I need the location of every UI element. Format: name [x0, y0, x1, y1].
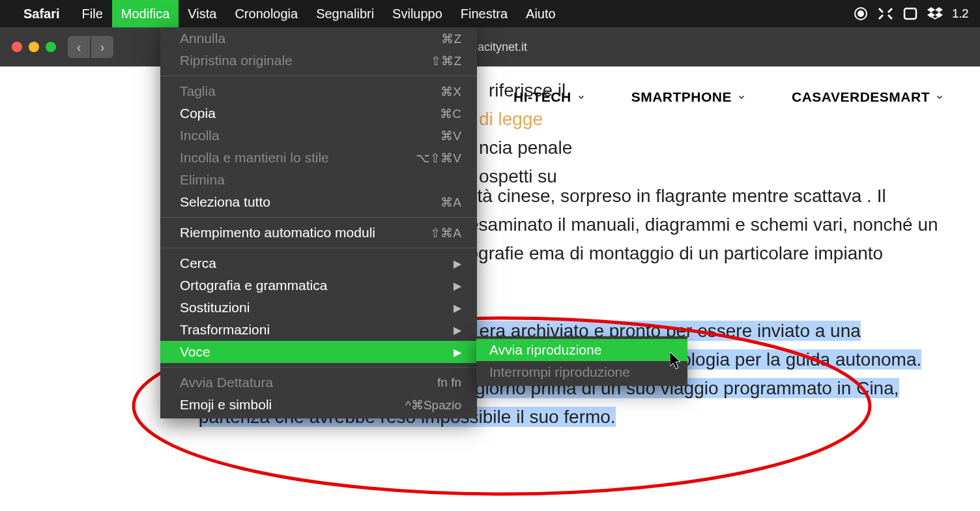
menu-item: Ripristina originale⇧⌘Z — [160, 50, 477, 72]
menu-shortcut: ⌘X — [440, 84, 461, 99]
status-icons: 1.2 — [853, 6, 968, 22]
submenu-arrow-icon: ▶ — [454, 324, 461, 336]
menu-shortcut: ⌥⇧⌘V — [416, 151, 461, 166]
menu-item[interactable]: Emoji e simboli^⌘Spazio — [160, 394, 477, 416]
menu-separator — [160, 248, 477, 248]
menu-separator — [160, 217, 477, 218]
chevron-down-icon — [737, 93, 746, 102]
menu-item-label: Taglia — [180, 83, 216, 99]
menu-separator — [160, 367, 477, 368]
menu-item-label: Cerca — [180, 256, 216, 271]
menu-item-label: Seleziona tutto — [180, 194, 270, 210]
submenu-arrow-icon: ▶ — [454, 280, 461, 292]
text-frag: di legge — [479, 105, 543, 134]
menu-item-label: Riempimento automatico moduli — [180, 225, 375, 241]
menu-segnalibri[interactable]: Segnalibri — [307, 0, 383, 27]
menu-modifica[interactable]: Modifica — [112, 0, 179, 27]
forward-button[interactable]: › — [91, 36, 113, 58]
text-frag: ospetti su — [479, 162, 557, 191]
menu-shortcut: ⌘V — [440, 128, 461, 143]
nav-buttons: ‹ › — [68, 36, 113, 58]
menu-item-label: Ripristina originale — [180, 53, 293, 68]
menu-item-label: Avvia Dettatura — [180, 375, 273, 390]
menu-item[interactable]: Riempimento automatico moduli⇧⌘A — [160, 222, 477, 244]
menu-item-label: Sostituzioni — [180, 300, 250, 315]
menu-item: Taglia⌘X — [160, 80, 477, 102]
menu-item-label: Emoji e simboli — [180, 397, 272, 413]
close-window-button[interactable] — [12, 42, 22, 52]
menu-sviluppo[interactable]: Sviluppo — [383, 0, 452, 27]
menu-item: Annulla⌘Z — [160, 27, 477, 50]
menu-item-label: Incolla — [180, 128, 220, 143]
text-frag: ncia penale — [479, 134, 572, 162]
record-icon[interactable] — [853, 6, 869, 22]
voce-submenu[interactable]: Avvia riproduzioneInterrompi riproduzion… — [476, 336, 687, 386]
minimize-window-button[interactable] — [29, 42, 39, 52]
submenu-item[interactable]: Avvia riproduzione — [476, 339, 687, 361]
page-content: HI-TECH SMARTPHONE CASAVERDESMART riferi… — [0, 66, 980, 511]
text-frag: riferisce il — [489, 76, 566, 105]
menu-item-label: Copia — [180, 106, 216, 121]
menu-item: Incolla e mantieni lo stile⌥⇧⌘V — [160, 147, 477, 169]
submenu-item: Interrompi riproduzione — [476, 361, 687, 383]
mouse-cursor — [670, 352, 683, 373]
menu-item-label: Elimina — [180, 172, 225, 188]
zoom-window-button[interactable] — [46, 42, 56, 52]
menu-item: Elimina — [160, 169, 477, 191]
menu-shortcut: ⌘A — [440, 195, 461, 210]
window-icon[interactable] — [902, 6, 918, 22]
menu-shortcut: ⌘C — [440, 106, 461, 121]
chevron-down-icon — [935, 93, 944, 102]
menu-item[interactable]: Trasformazioni▶ — [160, 319, 477, 341]
dropbox-icon[interactable] — [927, 6, 943, 22]
menu-item-label: Trasformazioni — [180, 322, 270, 338]
menu-item: Avvia Dettaturafn fn — [160, 372, 477, 394]
submenu-arrow-icon: ▶ — [454, 257, 461, 270]
app-name[interactable]: Safari — [23, 7, 60, 22]
menu-file[interactable]: File — [73, 0, 112, 27]
tools-icon[interactable] — [878, 6, 893, 22]
nav-label: SMARTPHONE — [631, 89, 732, 105]
nav-label: CASAVERDESMART — [792, 89, 930, 105]
menu-item[interactable]: Ortografia e grammatica▶ — [160, 274, 477, 297]
menu-item: Incolla⌘V — [160, 124, 477, 147]
safari-toolbar: ‹ › macitynet.it — [0, 27, 980, 66]
menu-item-label: Incolla e mantieni lo stile — [180, 150, 329, 166]
menu-shortcut: fn fn — [437, 375, 461, 390]
menu-shortcut: ⌘Z — [441, 31, 461, 46]
svg-point-2 — [858, 11, 863, 16]
submenu-arrow-icon: ▶ — [454, 302, 461, 314]
back-button[interactable]: ‹ — [68, 36, 90, 58]
menu-item[interactable]: Seleziona tutto⌘A — [160, 191, 477, 213]
menu-item[interactable]: Sostituzioni▶ — [160, 297, 477, 319]
menu-vista[interactable]: Vista — [179, 0, 225, 27]
menu-shortcut: ^⌘Spazio — [405, 398, 461, 413]
svg-rect-3 — [904, 8, 916, 19]
traffic-lights — [12, 42, 56, 52]
menu-item-label: Ortografia e grammatica — [180, 278, 327, 293]
menu-shortcut: ⇧⌘Z — [431, 53, 461, 68]
submenu-arrow-icon: ▶ — [454, 346, 461, 358]
nav-casaverdesmart[interactable]: CASAVERDESMART — [792, 89, 944, 105]
menu-item-label: Voce — [180, 344, 210, 360]
menu-item[interactable]: Copia⌘C — [160, 102, 477, 124]
menu-aiuto[interactable]: Aiuto — [517, 0, 565, 27]
status-number: 1.2 — [952, 7, 968, 21]
modifica-menu[interactable]: Annulla⌘ZRipristina originale⇧⌘ZTaglia⌘X… — [160, 27, 477, 418]
menu-shortcut: ⇧⌘A — [430, 226, 461, 241]
menu-cronologia[interactable]: Cronologia — [225, 0, 307, 27]
chevron-down-icon — [577, 93, 586, 102]
menu-item-label: Annulla — [180, 31, 225, 46]
nav-smartphone[interactable]: SMARTPHONE — [631, 89, 746, 105]
menubar: Safari FileModificaVistaCronologiaSegnal… — [0, 0, 980, 27]
menu-item[interactable]: Cerca▶ — [160, 252, 477, 274]
menu-item[interactable]: Voce▶ — [160, 341, 477, 363]
menu-separator — [160, 76, 477, 76]
menu-finestra[interactable]: Finestra — [452, 0, 517, 27]
